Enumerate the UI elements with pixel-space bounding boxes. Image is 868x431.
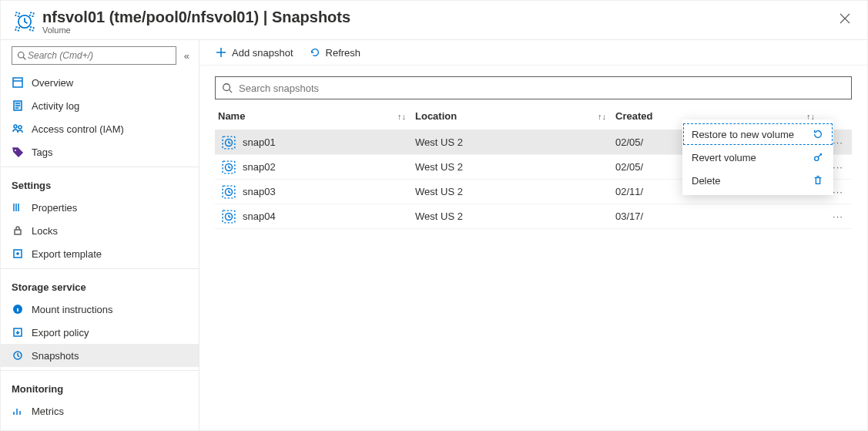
column-header-name[interactable]: Name↑↓: [215, 110, 415, 122]
main-pane: Add snapshot Refresh Name: [199, 40, 867, 430]
info-icon: [12, 303, 24, 315]
sidebar-section-storage-service: Storage service: [1, 272, 199, 298]
sidebar-item-label: Overview: [32, 77, 73, 89]
sidebar-section-settings: Settings: [1, 170, 199, 196]
sidebar-item-label: Mount instructions: [32, 304, 113, 315]
sidebar-section-monitoring: Monitoring: [1, 374, 199, 399]
snapshot-icon: [221, 135, 236, 150]
refresh-button[interactable]: Refresh: [309, 46, 361, 59]
metrics-icon: [12, 405, 24, 417]
sidebar-item-label: Tags: [32, 146, 52, 158]
sidebar-item-label: Locks: [32, 225, 58, 237]
export-template-icon: [12, 247, 24, 260]
add-snapshot-label: Add snapshot: [232, 47, 293, 59]
overview-icon: [12, 76, 24, 89]
svg-point-16: [223, 84, 230, 91]
search-icon: [222, 82, 233, 93]
sidebar-item-label: Export template: [32, 248, 102, 260]
sidebar-item-label: Export policy: [32, 327, 89, 338]
sidebar-item-metrics[interactable]: Metrics: [1, 399, 199, 423]
sidebar-item-export-template[interactable]: Export template: [1, 242, 199, 265]
activity-log-icon: [12, 99, 24, 112]
plus-icon: [215, 46, 227, 59]
svg-rect-11: [15, 230, 21, 234]
sidebar: « OverviewActivity logAccess control (IA…: [1, 40, 199, 430]
locks-icon: [12, 224, 24, 237]
restore-icon: [812, 128, 824, 140]
snapshot-name: snap04: [243, 210, 276, 222]
sidebar-item-label: Snapshots: [32, 350, 79, 362]
svg-point-8: [14, 125, 17, 128]
sidebar-item-access-control-iam-[interactable]: Access control (IAM): [1, 117, 199, 140]
sidebar-item-locks[interactable]: Locks: [1, 219, 199, 242]
access-control-icon: [12, 123, 24, 135]
ctx-revert-volume[interactable]: Revert volume: [682, 146, 833, 169]
delete-icon: [812, 174, 824, 187]
column-header-location[interactable]: Location↑↓: [415, 110, 615, 122]
svg-rect-0: [15, 12, 19, 16]
row-actions-button[interactable]: ···: [824, 210, 852, 222]
sidebar-item-mount-instructions[interactable]: Mount instructions: [1, 298, 199, 321]
snapshot-icon: [221, 209, 236, 224]
close-button[interactable]: [835, 8, 855, 31]
snapshot-location: West US 2: [415, 186, 615, 197]
blade-header: nfsvol01 (tme/pool0/nfsvol01) | Snapshot…: [1, 1, 867, 40]
svg-point-5: [18, 52, 25, 59]
svg-rect-2: [15, 27, 19, 31]
sidebar-search-input[interactable]: [26, 49, 171, 62]
row-context-menu: Restore to new volume Revert volume Dele…: [682, 120, 833, 195]
snapshot-name: snap02: [243, 161, 276, 173]
sidebar-item-activity-log[interactable]: Activity log: [1, 94, 199, 117]
page-subtitle: Volume: [42, 25, 350, 35]
sidebar-item-label: Properties: [32, 202, 77, 214]
snapshot-icon: [12, 349, 24, 362]
command-bar: Add snapshot Refresh: [199, 40, 867, 66]
snapshot-location: West US 2: [415, 161, 615, 173]
svg-rect-3: [30, 27, 34, 31]
sidebar-item-label: Activity log: [32, 100, 79, 112]
snapshot-location: West US 2: [415, 136, 615, 148]
revert-icon: [812, 151, 824, 163]
snapshot-created: 03/17/: [615, 210, 824, 222]
ctx-delete[interactable]: Delete: [682, 169, 833, 192]
search-icon: [17, 51, 26, 60]
snapshot-icon: [221, 160, 236, 175]
snapshot-name: snap03: [243, 186, 276, 197]
sidebar-search[interactable]: [12, 46, 176, 65]
svg-point-9: [18, 126, 22, 129]
add-snapshot-button[interactable]: Add snapshot: [215, 46, 293, 59]
snapshot-icon: [221, 184, 236, 200]
sidebar-item-properties[interactable]: Properties: [1, 196, 199, 219]
properties-icon: [12, 201, 24, 214]
snapshot-search[interactable]: [215, 76, 852, 99]
sidebar-item-tags[interactable]: Tags: [1, 140, 199, 163]
ctx-restore-to-new-volume[interactable]: Restore to new volume: [682, 123, 833, 146]
export-policy-icon: [12, 326, 24, 338]
svg-point-10: [15, 150, 16, 151]
sidebar-item-export-policy[interactable]: Export policy: [1, 321, 199, 344]
refresh-label: Refresh: [326, 47, 361, 59]
sidebar-item-snapshots[interactable]: Snapshots: [1, 344, 199, 367]
svg-rect-6: [13, 78, 22, 87]
sort-icon: ↑↓: [598, 112, 606, 121]
table-row[interactable]: snap04West US 203/17/···: [215, 204, 852, 229]
snapshot-search-input[interactable]: [237, 82, 845, 95]
refresh-icon: [309, 46, 321, 59]
sidebar-item-overview[interactable]: Overview: [1, 71, 199, 94]
sidebar-item-label: Access control (IAM): [32, 123, 124, 135]
sort-icon: ↑↓: [397, 112, 406, 121]
collapse-sidebar-button[interactable]: «: [183, 49, 191, 63]
svg-rect-1: [30, 12, 34, 16]
snapshot-location: West US 2: [415, 210, 615, 222]
sidebar-item-label: Metrics: [32, 406, 64, 417]
tags-icon: [12, 146, 24, 158]
volume-clock-icon: [12, 8, 38, 35]
snapshot-name: snap01: [243, 136, 276, 148]
page-title: nfsvol01 (tme/pool0/nfsvol01) | Snapshot…: [42, 8, 350, 25]
